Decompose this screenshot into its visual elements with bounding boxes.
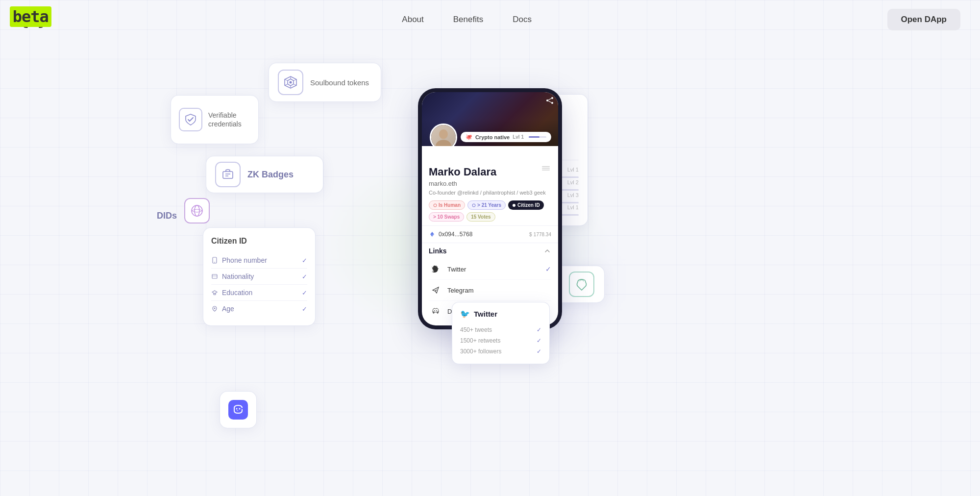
citizen-education-label: Education — [222, 289, 252, 297]
crypto-badge-label: Crypto native — [475, 134, 510, 140]
citizen-education-check: ✓ — [302, 289, 307, 297]
verifiable-label: Verifiable credentials — [208, 111, 250, 128]
svg-line-7 — [285, 79, 288, 81]
svg-rect-32 — [542, 170, 550, 171]
profile-ens: marko.eth — [429, 180, 551, 187]
svg-point-22 — [239, 408, 241, 410]
svg-point-34 — [472, 204, 475, 207]
citizen-row-age: Age ✓ — [211, 301, 307, 317]
beta-badge: beta — [10, 6, 51, 27]
telegram-icon — [429, 283, 442, 297]
twitter-popup-title: Twitter — [474, 310, 497, 318]
svg-point-25 — [551, 102, 553, 104]
svg-line-3 — [294, 79, 296, 81]
gamer-level: Lvl 1 — [567, 167, 579, 173]
profile-name: Marko Dalara — [429, 166, 496, 178]
twitter-icon — [429, 262, 442, 276]
tag-swaps: > 10 Swaps — [429, 212, 464, 222]
soulbound-card: Soulbound tokens — [269, 63, 381, 102]
svg-point-13 — [195, 205, 199, 216]
svg-point-21 — [236, 408, 238, 410]
profile-tags: Is Human > 21 Years Citizen ID > 10 Swap… — [429, 200, 551, 222]
twitter-stat-1-label: 450+ tweets — [460, 326, 492, 333]
citizen-row-phone: Phone number ✓ — [211, 252, 307, 269]
menu-icon[interactable] — [540, 163, 551, 174]
citizen-id-title: Citizen ID — [211, 237, 307, 246]
svg-point-37 — [434, 310, 435, 311]
twitter-verified-icon: ✓ — [545, 265, 551, 273]
crypto-native-badge: 🐙 Crypto native Lvl 1 — [461, 132, 551, 142]
svg-point-35 — [513, 204, 515, 207]
zk-label: ZK Badges — [247, 170, 294, 180]
nav-about[interactable]: About — [402, 15, 423, 25]
avatar — [430, 124, 457, 146]
tag-citizen: Citizen ID — [508, 200, 544, 210]
dids-icon-box — [184, 198, 210, 223]
svg-point-12 — [192, 205, 202, 216]
phone-wallet: 0x094...5768 $ 1778.34 — [422, 225, 558, 243]
verifiable-card: Verifiable credentials — [171, 95, 259, 144]
nav-links: About Benefits Docs — [402, 15, 532, 25]
citizen-phone-label: Phone number — [222, 256, 267, 264]
svg-rect-30 — [542, 166, 550, 167]
telegram-name: Telegram — [447, 287, 551, 294]
svg-point-38 — [436, 310, 437, 311]
phone-header-image: 🐙 Crypto native Lvl 1 — [422, 92, 558, 146]
eth-icon — [429, 231, 436, 238]
verifiable-icon-box — [179, 108, 202, 131]
svg-rect-16 — [212, 274, 217, 278]
svg-line-4 — [294, 84, 296, 86]
link-twitter: Twitter ✓ — [429, 259, 551, 280]
links-title: Links — [429, 247, 447, 255]
nav-benefits[interactable]: Benefits — [453, 15, 483, 25]
svg-line-36 — [435, 290, 437, 291]
svg-line-26 — [548, 99, 551, 100]
svg-rect-9 — [223, 172, 233, 178]
profile-bio: Co-founder @relinkd / philantrophist / w… — [429, 190, 551, 196]
svg-point-33 — [434, 204, 437, 207]
zk-card: ZK Badges — [206, 156, 323, 193]
svg-point-23 — [551, 97, 553, 99]
badge-level: Lvl 1 — [513, 134, 524, 140]
soulbound-label: Soulbound tokens — [310, 78, 369, 87]
soulbound-icon-box — [278, 70, 303, 95]
defi-level: Lvl 2 — [567, 179, 579, 185]
twitter-popup-icon: 🐦 — [460, 309, 470, 319]
discord-icon — [429, 304, 442, 318]
nav-docs[interactable]: Docs — [513, 15, 532, 25]
open-dapp-button[interactable]: Open DApp — [887, 9, 961, 30]
phone-mockup: 🐙 Crypto native Lvl 1 Marko Dalara — [418, 88, 562, 329]
twitter-stat-1-check: ✓ — [537, 326, 541, 333]
share-icon — [545, 96, 554, 105]
twitter-stat-2-label: 1500+ retweets — [460, 337, 500, 344]
mastodon-card — [220, 391, 257, 428]
navbar: {r} beta About Benefits Docs Open DApp — [0, 0, 980, 39]
phone-inner: 🐙 Crypto native Lvl 1 Marko Dalara — [422, 92, 558, 325]
citizen-age-check: ✓ — [302, 305, 307, 313]
link-telegram: Telegram — [429, 280, 551, 301]
citizen-row-nationality: Nationality ✓ — [211, 269, 307, 285]
twitter-stat-2-check: ✓ — [537, 337, 541, 344]
tag-human: Is Human — [429, 200, 465, 210]
logo: {r} beta — [20, 10, 47, 29]
citizen-row-education: Education ✓ — [211, 285, 307, 301]
svg-rect-20 — [228, 400, 248, 420]
svg-line-27 — [548, 101, 551, 102]
citizen-id-card: Citizen ID Phone number ✓ Nationality ✓ … — [203, 227, 316, 326]
svg-rect-31 — [542, 168, 550, 169]
wallet-balance: $ 1778.34 — [529, 231, 551, 238]
svg-point-8 — [290, 81, 292, 84]
svg-point-24 — [546, 99, 548, 101]
twitter-name: Twitter — [447, 266, 540, 273]
twitter-stat-1: 450+ tweets ✓ — [460, 324, 541, 335]
svg-point-15 — [214, 262, 215, 263]
developer-level: Lvl 1 — [567, 204, 579, 210]
svg-line-6 — [285, 84, 288, 86]
svg-point-28 — [439, 129, 448, 139]
tag-votes: 15 Votes — [466, 212, 495, 222]
citizen-age-label: Age — [222, 305, 234, 313]
links-collapse-icon[interactable] — [543, 247, 551, 255]
octopus-small-icon: 🐙 — [466, 134, 472, 140]
dids-label: DIDs — [157, 211, 177, 221]
twitter-stat-2: 1500+ retweets ✓ — [460, 335, 541, 346]
